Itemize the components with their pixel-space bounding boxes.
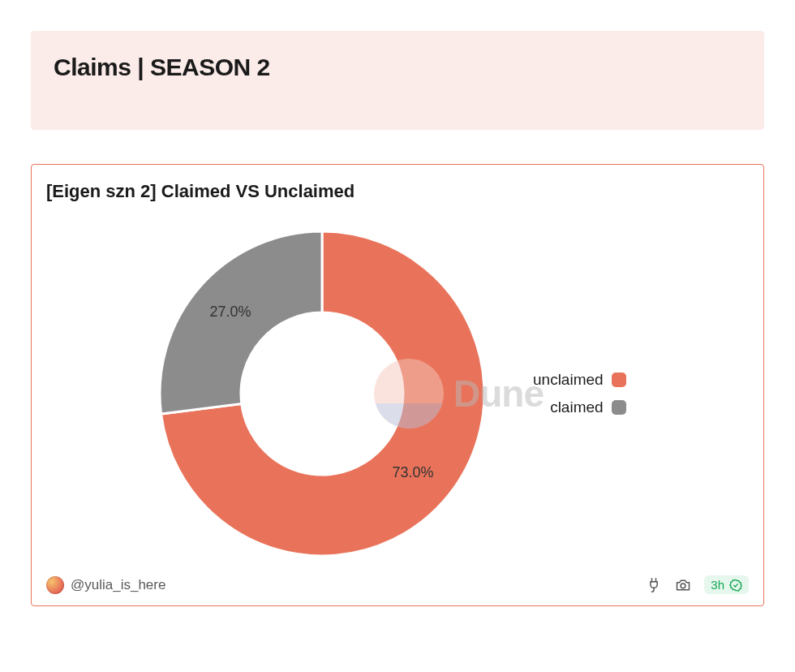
legend-item-claimed[interactable]: claimed (550, 398, 625, 416)
chart-title: [Eigen szn 2] Claimed VS Unclaimed (46, 181, 749, 202)
legend-label: claimed (550, 398, 603, 416)
freshness-text: 3h (711, 578, 724, 592)
slice-label-unclaimed: 73.0% (393, 464, 434, 481)
legend-swatch-unclaimed (612, 373, 626, 387)
svg-point-0 (681, 583, 685, 588)
avatar (46, 576, 64, 594)
donut-chart: Dune 73.0% 27.0% (144, 215, 501, 572)
freshness-badge[interactable]: 3h (704, 575, 749, 594)
card-footer: @yulia_is_here 3h (46, 575, 749, 594)
camera-icon[interactable] (675, 577, 691, 593)
chart-card: [Eigen szn 2] Claimed VS Unclaimed Dune … (31, 164, 764, 606)
legend: unclaimed claimed (533, 371, 626, 416)
legend-swatch-claimed (612, 400, 626, 415)
page-title: Claims | SEASON 2 (54, 54, 741, 81)
author-link[interactable]: @yulia_is_here (46, 576, 165, 594)
chart-body: Dune 73.0% 27.0% unclaimed claimed (46, 215, 749, 572)
slice-label-claimed: 27.0% (209, 304, 251, 321)
legend-item-unclaimed[interactable]: unclaimed (533, 371, 626, 389)
author-handle: @yulia_is_here (71, 577, 165, 593)
legend-label: unclaimed (533, 371, 604, 389)
section-header: Claims | SEASON 2 (31, 31, 764, 130)
plug-icon[interactable] (646, 577, 662, 593)
